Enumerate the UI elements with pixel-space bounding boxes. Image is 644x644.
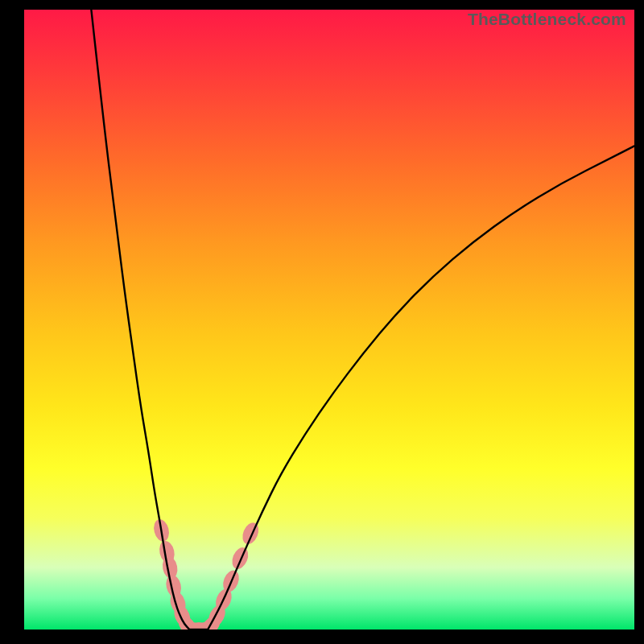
watermark-text: TheBottleneck.com (468, 10, 626, 29)
plot-area: TheBottleneck.com (24, 10, 634, 630)
bottleneck-curve (91, 10, 634, 630)
chart-frame: TheBottleneck.com (0, 0, 644, 644)
curve-marker (240, 520, 262, 547)
curve-marker (229, 545, 251, 572)
curve-svg (24, 10, 634, 630)
